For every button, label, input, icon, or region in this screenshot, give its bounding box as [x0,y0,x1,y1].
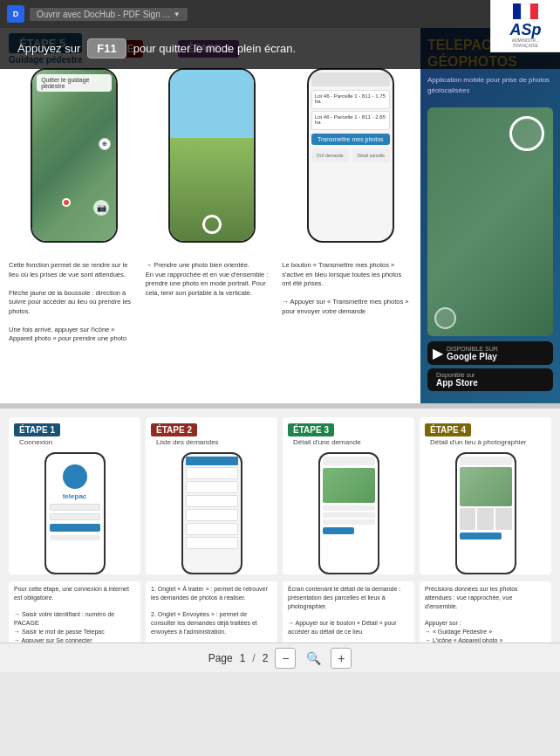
list-row-6 [186,537,238,549]
login-logo [63,464,87,489]
dropdown-arrow-icon: ▼ [174,10,181,18]
forgot-pass-link [50,535,100,540]
photo-thumbnails [460,508,512,530]
open-with-dochub-button[interactable]: Ouvrir avec DocHub - PDF Sign ... ▼ [30,8,188,21]
phone-2-mockup [168,68,256,243]
list-header-bar [311,72,390,86]
telepac-map [427,107,553,336]
google-play-available-text: DISPONIBLE SUR [447,346,498,352]
list-row-1 [186,467,238,479]
etape1-phone: telepac [44,452,106,574]
list-item-row: Lot 46 - Parcelle 1 - 811 - 1,75 ha [311,90,390,109]
etape2-screen [183,454,241,573]
phone-1-overlay: Quitter le guidage pédestre [37,74,112,92]
telepac-panel: TELEPAC GÉOPHOTOS Application mobile pou… [420,28,560,403]
etape1-subtitle: Connexion [14,438,135,449]
etape3-header: ÉTAPE 3 Détail d'une demande [283,417,414,452]
camera-icon: 📷 [93,200,109,216]
map-indicator [434,307,456,329]
f11-key-badge: F11 [87,38,126,58]
login-field-pass [50,513,100,520]
section-bottom: ÉTAPE 1 Connexion telepac [0,409,560,672]
etapes-1-4-row: ÉTAPE 1 Connexion telepac [9,417,551,574]
asp-text: ASp [510,22,542,38]
oui-demande-btn: OUI demande [311,148,349,162]
etape3-screen [320,454,378,573]
etape4-screen [457,454,515,573]
etape3-phone-container [283,452,414,574]
etape2-badge: ÉTAPE 2 [151,423,197,436]
page-total: 2 [263,652,269,664]
phone-1-wrapper: Quitter le guidage pédestre ⊕ 📷 [9,68,140,256]
detail-parcelle-btn: Détail parcelle [352,148,390,162]
asp-logo: ASp ADMINISTR...FRANÇAISE [490,0,560,52]
photo-action-btn [460,533,502,540]
french-flag-icon [513,3,539,19]
login-connect-btn [50,524,100,532]
phone2-desc: → Prendre une photo bien orientée. En vu… [146,261,276,347]
detail-text-2 [323,512,375,518]
etape4-phone-container [420,452,551,574]
app-store-badge[interactable]: Disponible sur App Store [427,368,553,391]
list-row-4 [186,509,238,521]
etape2-header: ÉTAPE 2 Liste des demandes [146,417,277,452]
phone3-desc: Le bouton « Transmettre mes photos » s'a… [282,261,412,347]
section-top: ÉTAPE 5 Guidage pédestre ÉTAPE ÉTAPE 2 [0,28,560,403]
page-wrapper: ÉTAPE 5 Guidage pédestre ÉTAPE ÉTAPE 2 [0,28,560,672]
google-play-name: Google Play [447,352,498,361]
transmit-btn[interactable]: Transmettre mes photos [311,134,390,145]
list-tab-header [186,457,238,465]
etape1-phone-container: telepac [9,452,140,574]
page-label: Page [208,652,233,664]
phone-1-mockup: Quitter le guidage pédestre ⊕ 📷 [31,68,118,243]
page-separator: / [252,652,255,664]
camera-shutter-icon [202,215,222,234]
etape4-subtitle: Détail d'un lieu à photographier [425,438,546,449]
detail-action-btn [323,527,354,534]
dochub-icon: D [7,5,24,23]
etape3-phone [318,452,379,574]
phone-1-screen: Quitter le guidage pédestre ⊕ 📷 [32,70,116,241]
photo-thumb-1 [460,508,476,530]
list-row-2 [186,481,238,493]
zoom-search-icon[interactable]: 🔍 [303,648,324,669]
phones-desc-row: Cette fonction permet de se rendre sur l… [0,256,420,352]
phone-2-camera [170,70,254,241]
photo-header-bar [460,457,512,465]
etape4-badge: ÉTAPE 4 [425,423,471,436]
app-store-available-text: Disponible sur [436,372,478,378]
zoom-out-button[interactable]: − [275,648,296,669]
phone-3-mockup: Lot 46 - Parcelle 1 - 811 - 1,75 ha Lot … [307,68,394,243]
detail-map-view [323,468,375,503]
etape1-screen: telepac [46,454,104,573]
etape4-col: ÉTAPE 4 Détail d'un lieu à photographier [420,417,551,574]
zoom-in-button[interactable]: + [331,648,352,669]
detail-text-3 [323,519,375,525]
pagination-bar: Page 1 / 2 − 🔍 + [0,643,560,672]
etape4-phone [455,452,516,574]
list-row-3 [186,495,238,507]
list-item-row: Lot 46 - Parcelle 1 - 811 - 2,65 ha [311,111,390,130]
phone-2-screen [170,70,254,241]
top-toolbar: D Ouvrir avec DocHub - PDF Sign ... ▼ [0,0,560,28]
etape2-phone-container [146,452,277,574]
map-circle-overlay [509,116,544,151]
photo-thumb-3 [495,508,512,530]
app-store-name: App Store [436,378,478,388]
login-field-user [50,504,100,511]
photo-map-view [460,467,512,506]
action-buttons: OUI demande Détail parcelle [311,148,390,162]
fullscreen-banner: Appuyez sur F11 pour quitter le mode ple… [0,28,560,69]
etape2-col: ÉTAPE 2 Liste des demandes [146,417,277,574]
google-play-badge[interactable]: ▶ DISPONIBLE SUR Google Play [427,341,553,365]
asp-subtitle: ADMINISTR...FRANÇAISE [512,38,540,48]
phone1-desc: Cette fonction permet de se rendre sur l… [9,261,139,347]
etape3-badge: ÉTAPE 3 [288,423,334,436]
etape2-phone [181,452,242,574]
detail-header-bar [323,457,375,465]
compass-icon: ⊕ [99,138,111,150]
etape4-header: ÉTAPE 4 Détail d'un lieu à photographier [420,417,551,452]
list-row-5 [186,523,238,535]
photo-thumb-2 [477,508,494,530]
etape3-col: ÉTAPE 3 Détail d'une demande [283,417,414,574]
